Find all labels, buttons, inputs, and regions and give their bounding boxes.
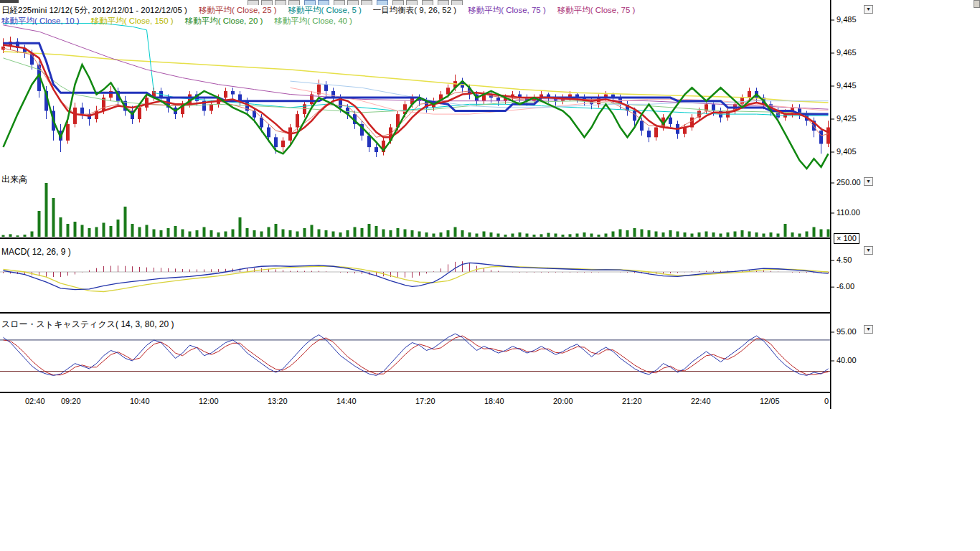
time-axis-label: 12/05 bbox=[760, 397, 780, 405]
time-axis-label: 09:20 bbox=[61, 397, 81, 405]
time-axis-label: 14:40 bbox=[336, 397, 357, 405]
macd-panel-label: MACD( 12, 26, 9 ) bbox=[1, 247, 71, 257]
indicator-label: 移動平均( Close, 20 ) bbox=[185, 16, 263, 27]
indicator-label: 移動平均( Close, 40 ) bbox=[274, 16, 352, 27]
scrollbar-fragment[interactable] bbox=[974, 0, 980, 8]
indicator-label: 移動平均( Close, 25 ) bbox=[199, 5, 277, 16]
axis-value-label: 9,445 bbox=[837, 81, 857, 90]
axis-value-label: 4.50 bbox=[837, 255, 852, 264]
axis-value-label: 9,405 bbox=[837, 147, 857, 156]
toolbar-button-fragment[interactable] bbox=[288, 0, 300, 5]
macd-layer bbox=[0, 261, 830, 291]
panel-dropdown-button-volume[interactable]: ▼ bbox=[864, 177, 873, 186]
panel-dropdown-button-stoch[interactable]: ▼ bbox=[864, 325, 873, 334]
macd-line bbox=[4, 263, 829, 289]
toolbar-button-fragment[interactable] bbox=[248, 0, 259, 5]
time-axis-label: 10:40 bbox=[130, 397, 150, 405]
toolbar-button-fragment[interactable] bbox=[361, 0, 372, 5]
indicator-label: 移動平均( Close, 75 ) bbox=[468, 5, 546, 16]
stoch-panel-label: スロー・ストキャスティクス( 14, 3, 80, 20 ) bbox=[1, 319, 174, 331]
window-edge-fragment bbox=[0, 0, 19, 3]
frame-layer bbox=[0, 0, 834, 409]
indicator-label: 一目均衡表( 9, 26, 52 ) bbox=[373, 5, 456, 16]
time-axis-label: 02:40 bbox=[25, 397, 45, 405]
toolbar-button-fragment[interactable] bbox=[377, 0, 388, 5]
volume-bars-layer bbox=[2, 183, 830, 237]
stoch-d-line bbox=[4, 336, 829, 375]
axis-value-label: 9,465 bbox=[837, 48, 857, 57]
chart-canvas[interactable] bbox=[0, 0, 980, 551]
time-axis-label: 17:20 bbox=[415, 397, 435, 405]
indicator-label: 移動平均( Close, 5 ) bbox=[288, 5, 362, 16]
axis-value-label: 9,425 bbox=[837, 114, 857, 123]
time-axis-label: 22:40 bbox=[691, 397, 711, 405]
time-axis-label: 21:20 bbox=[622, 397, 642, 405]
legend-row-2: 移動平均( Close, 10 )移動平均( Close, 150 )移動平均(… bbox=[1, 16, 352, 27]
indicator-label: 移動平均( Close, 10 ) bbox=[1, 16, 80, 27]
toolbar-button-fragment[interactable] bbox=[451, 0, 463, 5]
toolbar-button-fragment[interactable] bbox=[438, 0, 449, 5]
time-axis-label: 12:00 bbox=[199, 397, 219, 405]
macd-signal-line bbox=[4, 266, 829, 291]
toolbar-button-fragment[interactable] bbox=[334, 0, 345, 5]
indicator-label: 移動平均( Close, 150 ) bbox=[91, 16, 174, 27]
toolbar-button-fragment[interactable] bbox=[318, 0, 329, 5]
axis-value-label: 9,485 bbox=[837, 15, 857, 24]
axis-value-label: 95.00 bbox=[837, 327, 857, 336]
indicator-legend-row1: 移動平均( Close, 25 )移動平均( Close, 5 )一目均衡表( … bbox=[199, 5, 635, 16]
axis-value-label: 110.00 bbox=[837, 208, 860, 217]
toolbar-button-fragment[interactable] bbox=[347, 0, 359, 5]
time-axis-label: 0 bbox=[824, 397, 829, 405]
time-axis-label: 20:00 bbox=[553, 397, 573, 405]
panel-dropdown-button-macd[interactable]: ▼ bbox=[864, 246, 873, 255]
panel-dropdown-button-price[interactable]: ▼ bbox=[864, 5, 873, 14]
ma-lines-layer bbox=[4, 24, 829, 169]
volume-multiplier-box: × 100 bbox=[834, 233, 859, 244]
toolbar-button-fragment[interactable] bbox=[275, 0, 286, 5]
axis-value-label: 40.00 bbox=[837, 356, 857, 364]
time-axis-label: 18:40 bbox=[484, 397, 504, 405]
time-axis-label: 13:20 bbox=[268, 397, 288, 405]
toolbar-button-fragment[interactable] bbox=[392, 0, 404, 5]
toolbar-button-fragment[interactable] bbox=[304, 0, 316, 5]
axis-value-label: 250.00 bbox=[837, 178, 861, 187]
stochastics-layer bbox=[0, 334, 830, 375]
chart-application-window: 日経225mini 12/12( 5分, 2012/12/01 - 2012/1… bbox=[0, 0, 980, 551]
ma25-line bbox=[4, 45, 829, 138]
toolbar-button-fragment[interactable] bbox=[261, 0, 273, 5]
toolbar-button-fragment[interactable] bbox=[422, 0, 433, 5]
axis-value-label: -6.00 bbox=[837, 282, 854, 291]
chart-title: 日経225mini 12/12( 5分, 2012/12/01 - 2012/1… bbox=[1, 5, 187, 16]
ma150-line bbox=[4, 52, 829, 103]
indicator-label: 移動平均( Close, 75 ) bbox=[557, 5, 636, 16]
toolbar-fragment bbox=[0, 0, 830, 5]
volume-panel-label: 出来高 bbox=[1, 174, 27, 186]
toolbar-button-fragment[interactable] bbox=[406, 0, 418, 5]
legend-row-1: 日経225mini 12/12( 5分, 2012/12/01 - 2012/1… bbox=[1, 5, 635, 16]
